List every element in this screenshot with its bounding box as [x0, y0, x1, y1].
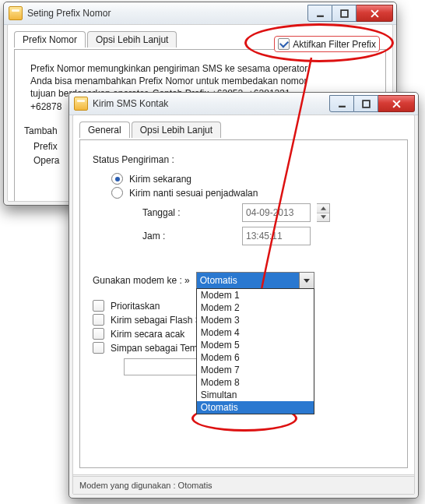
- input-tanggal[interactable]: 04-09-2013: [242, 203, 311, 222]
- window-kirim-sms: Kirim SMS Kontak General Opsi Lebih Lanj…: [68, 92, 419, 499]
- combo-modem[interactable]: Otomatis Modem 1 Modem 2 Modem 3 Modem 4…: [196, 272, 314, 289]
- date-spinner[interactable]: [317, 203, 330, 222]
- option-simultan[interactable]: Simultan: [197, 389, 314, 401]
- minimize-button[interactable]: [329, 95, 354, 112]
- tab-opsi-lanjut[interactable]: Opsi Lebih Lanjut: [132, 122, 221, 138]
- chevron-down-icon[interactable]: [299, 273, 314, 288]
- window-title: Seting Prefix Nomor: [27, 8, 303, 19]
- label-status-pengiriman: Status Pengiriman :: [93, 154, 395, 165]
- radio-kirim-sekarang[interactable]: Kirim sekarang: [111, 173, 395, 185]
- svg-rect-1: [341, 10, 348, 17]
- svg-rect-2: [339, 105, 346, 107]
- chevron-down-icon: [317, 213, 329, 222]
- option-modem-3[interactable]: Modem 3: [197, 314, 314, 326]
- tab-prefix-nomor[interactable]: Prefix Nomor: [14, 31, 86, 48]
- label-jam: Jam :: [111, 231, 236, 241]
- combo-modem-selected: Otomatis: [197, 273, 299, 288]
- statusbar: Modem yang digunakan : Otomatis: [73, 476, 414, 494]
- svg-rect-3: [363, 100, 370, 107]
- option-modem-2[interactable]: Modem 2: [197, 301, 314, 314]
- option-modem-5[interactable]: Modem 5: [197, 339, 314, 351]
- statusbar-text: Modem yang digunakan : Otomatis: [79, 481, 212, 490]
- filter-prefix-checkbox-wrap[interactable]: Aktifkan Filter Prefix: [274, 36, 380, 52]
- svg-rect-0: [317, 15, 324, 16]
- option-modem-6[interactable]: Modem 6: [197, 351, 314, 364]
- filter-prefix-label: Aktifkan Filter Prefix: [293, 39, 376, 50]
- tab-opsi-lanjut[interactable]: Opsi Lebih Lanjut: [87, 31, 177, 48]
- input-jam[interactable]: 13:45:11: [242, 227, 311, 245]
- maximize-button[interactable]: [332, 5, 357, 22]
- combo-modem-list[interactable]: Modem 1 Modem 2 Modem 3 Modem 4 Modem 5 …: [196, 288, 314, 414]
- option-modem-8[interactable]: Modem 8: [197, 376, 314, 389]
- option-modem-7[interactable]: Modem 7: [197, 364, 314, 376]
- window-title: Kirim SMS Kontak: [93, 98, 325, 109]
- maximize-button[interactable]: [354, 95, 378, 112]
- filter-prefix-checkbox[interactable]: [278, 38, 290, 50]
- option-otomatis[interactable]: Otomatis: [197, 401, 314, 414]
- option-modem-4[interactable]: Modem 4: [197, 326, 314, 339]
- titlebar[interactable]: Seting Prefix Nomor: [4, 2, 396, 25]
- app-icon: [74, 97, 88, 111]
- close-button[interactable]: [357, 5, 393, 22]
- chevron-up-icon: [317, 204, 329, 213]
- minimize-button[interactable]: [307, 5, 332, 22]
- close-button[interactable]: [378, 95, 415, 112]
- label-tanggal: Tanggal :: [111, 207, 236, 218]
- titlebar[interactable]: Kirim SMS Kontak: [69, 93, 418, 115]
- label-gunakan-modem: Gunakan modem ke : »: [93, 275, 190, 286]
- tab-general[interactable]: General: [79, 122, 130, 138]
- option-modem-1[interactable]: Modem 1: [197, 289, 314, 301]
- app-icon: [9, 6, 23, 20]
- radio-kirim-nanti[interactable]: Kirim nanti sesuai penjadwalan: [111, 187, 395, 199]
